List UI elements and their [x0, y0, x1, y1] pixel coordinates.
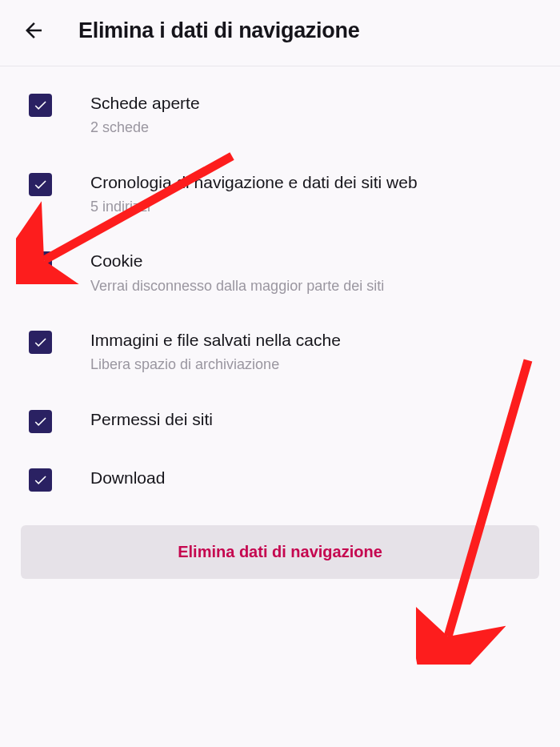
item-texts: Download: [90, 467, 539, 489]
item-title: Schede aperte: [90, 92, 539, 114]
list-item[interactable]: Download: [0, 456, 560, 514]
page-title: Elimina i dati di navigazione: [78, 18, 359, 43]
item-texts: Cookie Verrai disconnesso dalla maggior …: [90, 250, 539, 295]
list-item[interactable]: Immagini e file salvati nella cache Libe…: [0, 318, 560, 397]
checkbox-open-tabs[interactable]: [29, 94, 52, 117]
item-texts: Immagini e file salvati nella cache Libe…: [90, 329, 539, 375]
back-button[interactable]: [19, 16, 48, 45]
header: Elimina i dati di navigazione: [0, 0, 560, 66]
item-title: Download: [90, 467, 539, 489]
item-texts: Cronologia di navigazione e dati dei sit…: [90, 171, 539, 217]
item-texts: Schede aperte 2 schede: [90, 92, 539, 138]
list-item[interactable]: Permessi dei siti: [0, 397, 560, 456]
list-item[interactable]: Cronologia di navigazione e dati dei sit…: [0, 160, 560, 239]
checkbox-cache[interactable]: [29, 331, 52, 354]
item-subtitle: Libera spazio di archiviazione: [90, 355, 539, 374]
settings-list: Schede aperte 2 schede Cronologia di nav…: [0, 66, 560, 579]
item-title: Cronologia di navigazione e dati dei sit…: [90, 171, 539, 194]
check-icon: [33, 255, 48, 271]
check-icon: [33, 335, 48, 350]
checkbox-permissions[interactable]: [29, 410, 52, 433]
item-title: Immagini e file salvati nella cache: [90, 329, 539, 351]
checkbox-cookies[interactable]: [29, 251, 52, 275]
delete-button[interactable]: Elimina dati di navigazione: [21, 525, 539, 579]
item-subtitle: 5 indirizzi: [90, 197, 539, 216]
check-icon: [33, 98, 48, 113]
list-item[interactable]: Schede aperte 2 schede: [0, 81, 560, 160]
check-icon: [33, 177, 48, 192]
checkbox-history[interactable]: [29, 173, 52, 196]
arrow-left-icon: [22, 18, 46, 42]
item-subtitle: Verrai disconnesso dalla maggior parte d…: [90, 276, 539, 295]
check-icon: [33, 472, 48, 488]
checkbox-downloads[interactable]: [29, 468, 52, 492]
item-title: Cookie: [90, 250, 539, 272]
item-title: Permessi dei siti: [90, 408, 539, 431]
check-icon: [33, 414, 48, 429]
item-subtitle: 2 schede: [90, 118, 539, 137]
delete-button-label: Elimina dati di navigazione: [178, 543, 382, 560]
list-item[interactable]: Cookie Verrai disconnesso dalla maggior …: [0, 239, 560, 318]
item-texts: Permessi dei siti: [90, 408, 539, 431]
